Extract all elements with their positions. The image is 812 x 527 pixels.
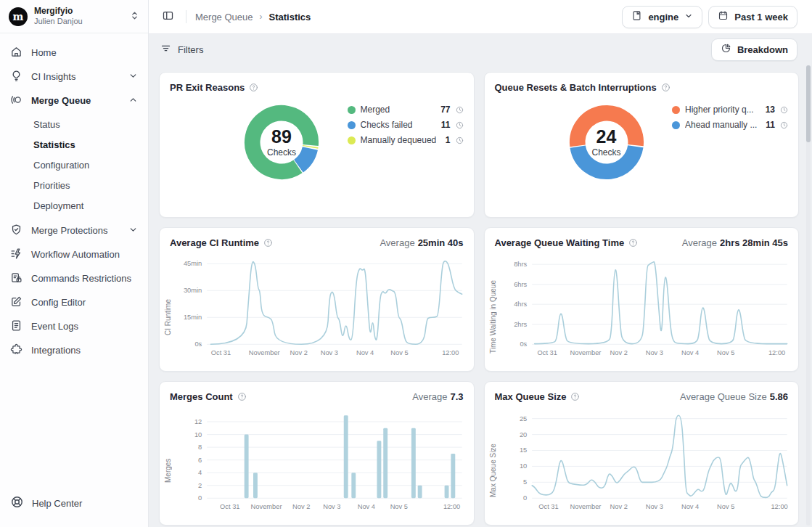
clock-icon[interactable] (780, 121, 788, 129)
sidebar-item-status[interactable]: Status (0, 114, 148, 134)
max-queue-size-chart[interactable]: 2520151050Oct 31NovemberNov 2Nov 3Nov 4N… (499, 405, 793, 514)
help-icon[interactable] (661, 83, 670, 92)
svg-text:12:00: 12:00 (442, 349, 459, 356)
average-summary: Average7.3 (412, 391, 463, 402)
svg-text:November: November (570, 349, 601, 356)
clock-icon[interactable] (456, 136, 464, 144)
card-merges-count: Merges Count Average7.3 Merges 121086420… (159, 381, 475, 526)
org-switcher-chevrons-icon (130, 10, 139, 23)
workflow-bolt-icon (10, 248, 22, 262)
sidebar-item-statistics[interactable]: Statistics (0, 134, 148, 155)
breakdown-button[interactable]: Breakdown (711, 38, 797, 61)
pr-exit-donut-chart[interactable]: 89 Checks (242, 103, 321, 181)
legend: Higher priority q... 13 Ahead manually .… (672, 105, 788, 217)
card-max-queue-size: Max Queue Size Average Queue Size5.86 Ma… (484, 381, 800, 526)
help-icon[interactable] (263, 238, 273, 248)
clock-icon[interactable] (456, 121, 464, 129)
svg-text:0s: 0s (194, 340, 202, 348)
chevron-up-icon (128, 95, 138, 107)
y-axis-label: CI Runtime (164, 250, 174, 371)
legend-item-checks-failed[interactable]: Checks failed 11 (348, 120, 464, 130)
ci-runtime-chart[interactable]: 45min30min15min0sOct 31NovemberNov 2Nov … (174, 251, 468, 360)
scrollbar-thumb[interactable] (806, 65, 811, 142)
chevron-down-icon (684, 12, 693, 23)
org-switcher[interactable]: m Mergifyio Julien Danjou (0, 0, 148, 33)
help-icon[interactable] (628, 238, 638, 248)
cards-grid: PR Exit Reasons 89 Checks Mer (149, 65, 812, 527)
card-title: Average CI Runtime (170, 237, 259, 248)
sidebar-item-configuration[interactable]: Configuration (0, 155, 148, 175)
merges-count-chart[interactable]: 121086420Oct 31NovemberNov 2Nov 3Nov 4No… (174, 405, 468, 514)
svg-text:Nov 5: Nov 5 (717, 503, 734, 510)
svg-text:0: 0 (523, 494, 527, 502)
svg-text:Nov 3: Nov 3 (645, 349, 663, 356)
svg-text:12:00: 12:00 (443, 503, 460, 510)
svg-text:November: November (251, 503, 282, 510)
sidebar-item-integrations[interactable]: Integrations (0, 338, 148, 362)
svg-text:Nov 4: Nov 4 (681, 349, 698, 356)
svg-text:12:00: 12:00 (768, 349, 784, 356)
legend-item-higher-priority[interactable]: Higher priority q... 13 (672, 105, 788, 115)
svg-text:0: 0 (198, 494, 202, 502)
svg-text:Nov 5: Nov 5 (390, 349, 408, 356)
org-name: Mergifyio (34, 6, 123, 17)
sidebar-item-deployment[interactable]: Deployment (0, 195, 148, 216)
svg-text:15: 15 (519, 446, 526, 454)
lifebuoy-icon (10, 495, 24, 511)
sidebar-item-ci-insights[interactable]: CI Insights (0, 65, 148, 89)
scrollbar[interactable] (806, 65, 811, 526)
filters-button[interactable]: Filters (160, 43, 203, 56)
svg-text:12:00: 12:00 (771, 503, 787, 510)
help-icon[interactable] (570, 392, 580, 401)
average-summary: Average Queue Size5.86 (680, 391, 788, 402)
svg-text:4hrs: 4hrs (514, 301, 527, 308)
sidebar-item-priorities[interactable]: Priorities (0, 175, 148, 195)
legend-item-manually-dequeued[interactable]: Manually dequeued 1 (348, 135, 464, 145)
legend-color-dot (672, 121, 680, 129)
repo-selector-button[interactable]: engine (622, 6, 702, 28)
svg-text:Nov 4: Nov 4 (358, 503, 375, 510)
svg-text:Nov 3: Nov 3 (645, 503, 663, 510)
svg-text:6hrs: 6hrs (514, 281, 527, 288)
card-title: PR Exit Reasons (170, 82, 245, 93)
clock-icon[interactable] (456, 106, 464, 114)
help-center-link[interactable]: Help Center (0, 483, 148, 527)
svg-text:10: 10 (194, 431, 202, 438)
chevron-right-icon: › (260, 12, 263, 22)
svg-text:Nov 2: Nov 2 (610, 503, 627, 510)
lightbulb-icon (10, 70, 22, 84)
sidebar-item-merge-queue[interactable]: Merge Queue (0, 89, 148, 113)
sidebar-toggle-button[interactable] (159, 7, 177, 27)
breadcrumb-statistics: Statistics (269, 12, 311, 23)
sidebar-item-merge-protections[interactable]: Merge Protections (0, 218, 148, 242)
card-avg-queue-waiting-time: Average Queue Waiting Time Average2hrs 2… (484, 227, 800, 372)
sidebar-item-config-editor[interactable]: Config Editor (0, 290, 148, 314)
legend-item-merged[interactable]: Merged 77 (348, 105, 464, 115)
legend-color-dot (348, 121, 356, 129)
card-queue-resets: Queue Resets & Batch Interruptions 24 Ch… (484, 72, 800, 218)
breadcrumb-merge-queue[interactable]: Merge Queue (195, 12, 253, 23)
svg-text:Nov 2: Nov 2 (292, 503, 310, 510)
legend-color-dot (348, 136, 356, 144)
sidebar-item-home[interactable]: Home (0, 41, 148, 65)
sidebar-item-commands-restrictions[interactable]: Commands Restrictions (0, 266, 148, 290)
help-icon[interactable] (249, 83, 258, 92)
card-pr-exit-reasons: PR Exit Reasons 89 Checks Mer (159, 72, 475, 218)
time-range-button[interactable]: Past 1 week (708, 6, 797, 28)
svg-text:20: 20 (519, 431, 526, 438)
svg-text:45min: 45min (184, 260, 202, 267)
svg-text:15min: 15min (184, 314, 202, 321)
card-avg-ci-runtime: Average CI Runtime Average25min 40s CI R… (159, 227, 475, 372)
legend-item-ahead-manually[interactable]: Ahead manually ... 11 (672, 120, 788, 130)
journal-icon (631, 10, 642, 23)
help-icon[interactable] (237, 392, 247, 401)
queue-waiting-time-chart[interactable]: 8hrs6hrs4hrs2hrs0sOct 31NovemberNov 2Nov… (499, 251, 793, 360)
clock-icon[interactable] (780, 106, 788, 114)
svg-text:November: November (249, 349, 280, 356)
svg-text:5: 5 (523, 478, 527, 486)
merge-queue-icon (10, 94, 22, 108)
sidebar-item-workflow-automation[interactable]: Workflow Automation (0, 242, 148, 266)
queue-resets-donut-chart[interactable]: 24 Checks (567, 103, 646, 181)
sidebar-item-event-logs[interactable]: Event Logs (0, 314, 148, 338)
sidebar: m Mergifyio Julien Danjou Home CI Insigh… (0, 0, 149, 527)
